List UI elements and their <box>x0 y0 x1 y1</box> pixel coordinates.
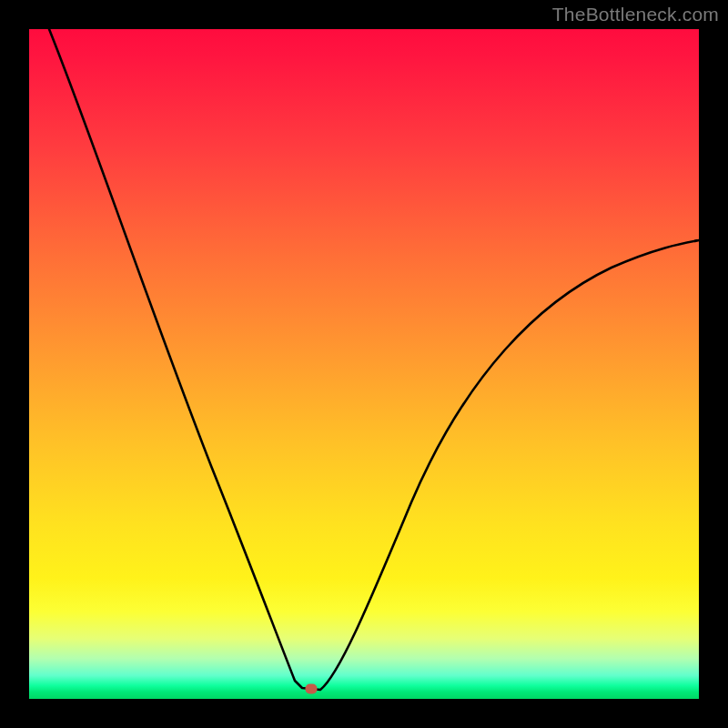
optimum-marker <box>306 684 318 694</box>
bottleneck-curve <box>29 29 699 699</box>
chart-frame: TheBottleneck.com <box>0 0 728 728</box>
watermark-label: TheBottleneck.com <box>552 4 719 25</box>
plot-area <box>29 29 699 699</box>
